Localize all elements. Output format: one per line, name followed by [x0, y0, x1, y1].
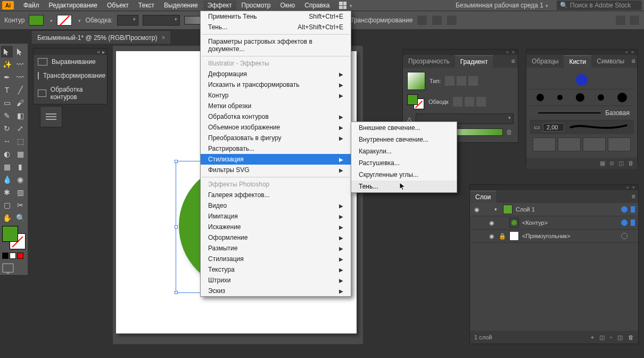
mesh-tool[interactable]: ▦	[1, 161, 13, 173]
new-layer-icon[interactable]: ◫	[617, 334, 623, 341]
color-swatch-gradient[interactable]	[10, 253, 16, 259]
width-tool[interactable]: ↔	[1, 135, 13, 147]
new-brush-icon[interactable]: ◫	[618, 160, 624, 167]
smi-round-corners[interactable]: Скругленные углы...	[351, 169, 457, 181]
direct-selection-tool[interactable]	[14, 46, 26, 58]
arrange-documents-icon[interactable]	[339, 2, 346, 9]
tab-swatches[interactable]: Образцы	[526, 55, 564, 67]
brush-row-basic[interactable]: Базовая	[530, 106, 634, 120]
tab-layers[interactable]: Слои	[470, 191, 496, 203]
smi-scribble[interactable]: Каракули...	[351, 145, 457, 157]
smi-inner-glow[interactable]: Внутреннее свечение...	[351, 134, 457, 145]
workspace-switcher[interactable]: Безымянная рабочая среда 1	[451, 1, 552, 10]
brush-thumb-3[interactable]	[583, 137, 606, 151]
slice-tool[interactable]: ✂	[14, 199, 26, 211]
select-similar-button[interactable]	[447, 15, 457, 26]
panel-align[interactable]: Выравнивание	[34, 55, 107, 69]
menu-select[interactable]: Выделение	[160, 1, 202, 10]
eraser-tool[interactable]: ◧	[14, 110, 26, 121]
type-tool[interactable]: T	[1, 84, 13, 96]
panel-transform[interactable]: Трансформирование	[34, 69, 107, 83]
object-name[interactable]: <Прямоугольник>	[522, 233, 618, 239]
mi-effect-gallery[interactable]: Галерея эффектов...	[201, 190, 351, 200]
mi-sketch[interactable]: Эскиз▶	[201, 286, 351, 296]
paintbrush-tool[interactable]: 🖌	[14, 97, 26, 109]
color-mode-swatches[interactable]	[2, 253, 26, 259]
scale-tool[interactable]: ⤢	[14, 123, 26, 134]
rectangle-tool[interactable]: ▭	[1, 97, 13, 109]
brush-row-calligraphic[interactable]	[530, 90, 634, 106]
handle-ml[interactable]	[175, 225, 178, 229]
tab-gradient[interactable]: Градиент	[455, 55, 493, 68]
new-sublayer-icon[interactable]: ▫	[610, 334, 612, 340]
screen-mode-icon[interactable]	[2, 263, 14, 273]
options-extra-1[interactable]	[615, 15, 626, 26]
color-swatch-none[interactable]	[17, 253, 23, 259]
curvature-tool[interactable]: 〰	[14, 71, 26, 83]
mi-pixelate[interactable]: Оформление▶	[201, 232, 351, 243]
panel-controls[interactable]: «×	[403, 50, 518, 55]
clipping-mask-icon[interactable]: ◫	[599, 334, 605, 341]
mi-brush-strokes[interactable]: Штрихи▶	[201, 275, 351, 286]
delete-layer-icon[interactable]: 🗑	[628, 334, 634, 340]
lasso-tool[interactable]: 〰	[14, 59, 26, 70]
mi-distort[interactable]: Исказить и трансформировать▶	[201, 79, 351, 90]
mi-apply-last[interactable]: Применить ТеньShift+Ctrl+E	[201, 11, 351, 22]
delete-stop-icon[interactable]: 🗑	[506, 128, 514, 136]
mi-3d[interactable]: Объемное изображение▶	[201, 122, 351, 133]
library-icon[interactable]: ▦	[600, 160, 605, 167]
gradient-tool[interactable]: ▮	[14, 161, 26, 173]
mi-raster-settings[interactable]: Параметры растровых эффектов в документе…	[201, 36, 351, 54]
menu-effect[interactable]: Эффект	[203, 1, 236, 10]
brush-definition-dropdown[interactable]	[143, 15, 180, 26]
mi-blur[interactable]: Размытие▶	[201, 243, 351, 254]
stroke-apply-1-icon[interactable]	[453, 97, 463, 107]
smi-feather[interactable]: Растушевка...	[351, 157, 457, 169]
arrange-dropdown-icon[interactable]	[348, 2, 352, 9]
shaper-tool[interactable]: ✎	[1, 110, 13, 121]
gradient-preview[interactable]	[407, 72, 425, 90]
smi-outer-glow[interactable]: Внешнее свечение...	[351, 122, 457, 134]
mi-pathfinder[interactable]: Обработка контуров▶	[201, 111, 351, 122]
menu-edit[interactable]: Редактирование	[45, 1, 102, 10]
menu-help[interactable]: Справка	[300, 1, 334, 10]
handle-bl[interactable]	[175, 291, 178, 294]
panel-controls[interactable]: «×	[470, 185, 638, 190]
menu-file[interactable]: Файл	[19, 1, 44, 10]
layer-name[interactable]: Слой 1	[516, 206, 618, 213]
delete-brush-icon[interactable]: 🗑	[628, 160, 634, 167]
panel-menu-icon[interactable]: ≡	[508, 58, 518, 65]
pen-tool[interactable]: ✒	[1, 71, 13, 83]
symbol-sprayer-tool[interactable]: ✱	[1, 186, 13, 198]
handle-tl[interactable]	[175, 160, 178, 163]
menu-window[interactable]: Окно	[276, 1, 299, 10]
object-name[interactable]: <Контур>	[522, 219, 618, 226]
column-graph-tool[interactable]: ▥	[14, 186, 26, 198]
gradient-fill-stroke[interactable]	[407, 94, 424, 109]
brush-thumb-1[interactable]	[533, 137, 556, 151]
panel-menu-icon[interactable]: ≡	[629, 193, 638, 200]
isolate-button[interactable]	[417, 15, 427, 26]
mi-path[interactable]: Контур▶	[201, 90, 351, 101]
close-tab-icon[interactable]: ×	[161, 34, 165, 42]
fill-stroke-indicator[interactable]	[2, 226, 26, 249]
brush-thumb-2[interactable]	[558, 137, 581, 151]
selection-tool[interactable]	[1, 46, 13, 58]
tab-brushes[interactable]: Кисти	[564, 55, 591, 68]
panel-grip[interactable]: «▸	[34, 48, 107, 55]
transform-label[interactable]: Трансформирование	[350, 17, 412, 24]
mi-crop-marks[interactable]: Метки обрезки	[201, 101, 351, 111]
perspective-tool[interactable]: ▦	[14, 148, 26, 160]
layer-row-path[interactable]: ◉ <Контур>	[470, 216, 638, 230]
mi-stylize-ps[interactable]: Стилизация▶	[201, 254, 351, 264]
visibility-toggle[interactable]: ◉	[488, 233, 496, 240]
expand-toggle[interactable]: ▾	[494, 207, 500, 212]
line-tool[interactable]: ╱	[14, 84, 26, 96]
options-extra-2[interactable]	[629, 15, 640, 26]
menu-type[interactable]: Текст	[134, 1, 159, 10]
stroke-apply-2-icon[interactable]	[465, 97, 474, 107]
brush-row-round[interactable]	[530, 71, 634, 90]
visibility-toggle[interactable]: ◉	[488, 219, 496, 226]
color-swatch-color[interactable]	[2, 253, 9, 259]
stroke-weight-input[interactable]: 2,00	[543, 123, 564, 132]
